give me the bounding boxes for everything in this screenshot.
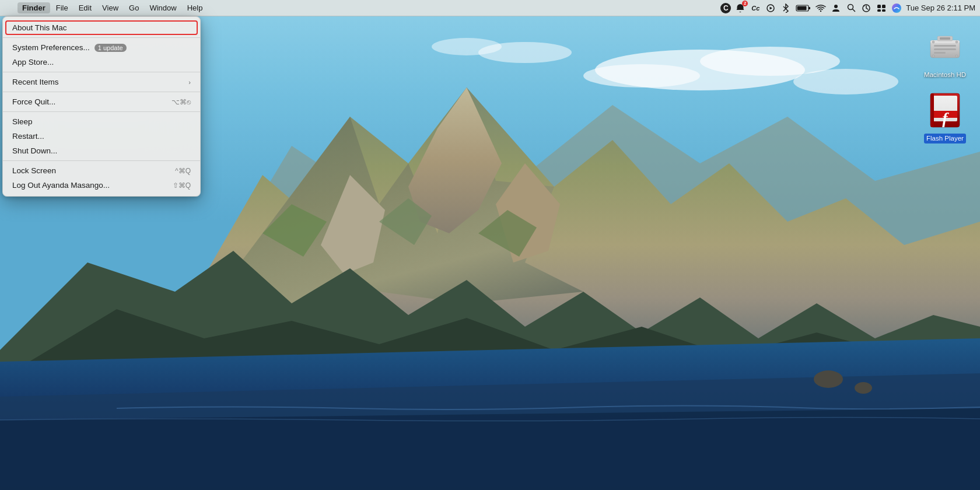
restart-label: Restart... [12, 132, 44, 141]
recent-items-label: Recent Items [12, 78, 59, 86]
svg-rect-21 [882, 9, 886, 12]
svg-line-16 [852, 9, 855, 12]
menu-item-about-this-mac[interactable]: About This Mac [5, 20, 198, 35]
menubar: Finder File Edit View Go Window Help C 2… [0, 0, 980, 16]
svg-point-30 [932, 55, 935, 57]
svg-marker-10 [770, 6, 773, 9]
menu-separator-2 [3, 72, 200, 72]
user-account-icon[interactable] [830, 2, 842, 14]
log-out-shortcut: ⇧⌘Q [173, 181, 191, 190]
force-quit-shortcut: ⌥⌘⎋ [172, 98, 191, 106]
go-menu[interactable]: Go [124, 2, 144, 13]
file-menu[interactable]: File [51, 2, 73, 13]
battery-icon[interactable] [795, 2, 811, 14]
svg-point-22 [892, 4, 901, 13]
about-this-mac-label: About This Mac [12, 23, 67, 32]
flash-player-icon-image: f [924, 89, 966, 131]
control-center-icon[interactable] [876, 2, 887, 14]
window-menu[interactable]: Window [145, 2, 181, 13]
log-out-label: Log Out Ayanda Masango... [12, 181, 110, 190]
menu-item-restart[interactable]: Restart... [3, 129, 200, 144]
svg-rect-25 [934, 45, 956, 47]
menu-item-system-preferences[interactable]: System Preferences... 1 update [3, 40, 200, 55]
media-play-icon[interactable] [765, 2, 776, 14]
menu-separator-4 [3, 111, 200, 112]
svg-point-14 [834, 5, 838, 8]
svg-rect-18 [877, 5, 881, 8]
app-store-label: App Store... [12, 58, 54, 66]
menubar-right: C 2 Cc [720, 2, 975, 14]
notification-icon[interactable]: 2 [734, 2, 746, 14]
help-menu[interactable]: Help [183, 2, 208, 13]
menu-separator-5 [3, 160, 200, 161]
svg-rect-12 [808, 7, 810, 9]
menu-separator-3 [3, 92, 200, 92]
flash-player-label: Flash Player [924, 134, 966, 144]
sleep-label: Sleep [12, 117, 33, 126]
apple-menu-dropdown: About This Mac System Preferences... 1 u… [2, 16, 201, 197]
siri-icon[interactable] [891, 2, 902, 14]
lock-screen-shortcut: ^⌘Q [175, 167, 191, 175]
system-preferences-label: System Preferences... [12, 43, 90, 52]
desktop-icon-macintosh-hd[interactable]: Macintosh HD [916, 22, 974, 83]
force-quit-label: Force Quit... [12, 97, 55, 106]
menu-item-lock-screen[interactable]: Lock Screen ^⌘Q [3, 163, 200, 178]
svg-rect-19 [882, 5, 886, 8]
bartender-icon[interactable]: C [720, 3, 731, 13]
menu-item-sleep[interactable]: Sleep [3, 114, 200, 129]
apple-menu-trigger[interactable] [5, 7, 16, 9]
macintosh-hd-icon-image [924, 26, 966, 68]
system-preferences-badge: 1 update [94, 44, 127, 52]
svg-point-31 [956, 55, 958, 57]
menu-separator-1 [3, 37, 200, 38]
svg-rect-26 [934, 48, 956, 50]
menu-item-recent-items[interactable]: Recent Items › [3, 75, 200, 89]
recent-items-chevron: › [188, 79, 191, 86]
finder-menu[interactable]: Finder [18, 2, 50, 13]
menu-item-app-store[interactable]: App Store... [3, 55, 200, 69]
svg-rect-33 [940, 37, 950, 40]
menubar-left: Finder File Edit View Go Window Help [5, 2, 207, 13]
menubar-datetime[interactable]: Tue Sep 26 2:11 PM [906, 4, 975, 12]
creative-cloud-icon[interactable]: Cc [750, 2, 761, 14]
menu-item-log-out[interactable]: Log Out Ayanda Masango... ⇧⌘Q [3, 178, 200, 192]
view-menu[interactable]: View [97, 2, 123, 13]
edit-menu[interactable]: Edit [74, 2, 96, 13]
spotlight-icon[interactable] [845, 2, 857, 14]
lock-screen-label: Lock Screen [12, 166, 56, 175]
svg-point-28 [932, 41, 935, 43]
svg-rect-13 [797, 6, 807, 10]
wifi-icon[interactable] [815, 2, 827, 14]
time-machine-icon[interactable] [860, 2, 872, 14]
menu-item-shut-down[interactable]: Shut Down... [3, 144, 200, 158]
macintosh-hd-label: Macintosh HD [922, 70, 968, 80]
desktop-icon-flash-player[interactable]: f Flash Player [916, 86, 974, 147]
svg-rect-38 [930, 93, 934, 127]
desktop-icons-area: Macintosh HD [910, 16, 980, 153]
menu-item-force-quit[interactable]: Force Quit... ⌥⌘⎋ [3, 94, 200, 109]
svg-rect-20 [877, 9, 881, 12]
shut-down-label: Shut Down... [12, 146, 57, 155]
svg-point-29 [956, 41, 958, 43]
bluetooth-icon[interactable] [780, 2, 792, 14]
svg-rect-27 [934, 52, 946, 54]
